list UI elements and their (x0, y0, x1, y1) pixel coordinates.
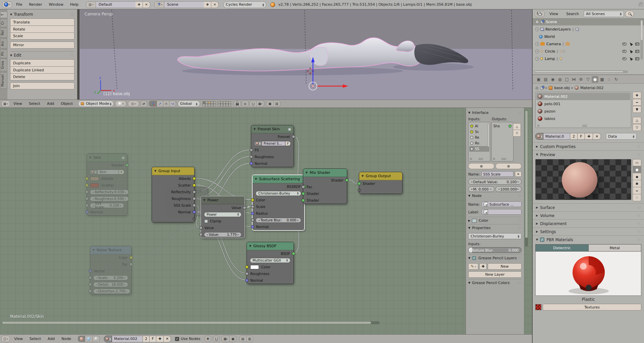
visibility-eye-icon[interactable] (622, 57, 627, 60)
node-dropdown[interactable]: Christensen-Burley▲▼ (256, 191, 301, 196)
opengl-render-anim-button[interactable]: ▥ (274, 100, 280, 107)
renderability-camera-icon[interactable] (635, 50, 639, 53)
tab-render-layers[interactable]: ▤ (542, 76, 549, 83)
collapse-icon[interactable]: ▼ (203, 199, 205, 202)
node-slider[interactable]: ◂ Value:1.770 ▸ (204, 232, 241, 237)
expand-plus-icon[interactable]: + (535, 50, 539, 53)
material-slot-material.002[interactable]: Material.002 (536, 93, 630, 100)
mirror-button[interactable]: Mirror (10, 42, 74, 49)
editor-type-button[interactable]: ▦▾ (1, 100, 10, 107)
socket[interactable] (251, 205, 254, 208)
interface-inputs-list[interactable]: AlScReRoSS⊕ (468, 122, 490, 161)
socket[interactable] (199, 226, 203, 229)
selectability-cursor-icon[interactable] (629, 57, 633, 61)
tab-scene[interactable]: ◉ (549, 76, 556, 83)
object-shader-button[interactable] (78, 336, 85, 342)
surface-section[interactable]: ▶Surface:::: (533, 203, 644, 211)
manipulator-extra-button[interactable]: ↝ (169, 100, 176, 107)
preview-cube-button[interactable]: ◆ (633, 173, 641, 180)
snap-element-dropdown[interactable]: ▦▾ (257, 100, 264, 107)
socket[interactable] (193, 177, 196, 180)
socket[interactable] (129, 263, 133, 266)
texture-blur-slider[interactable]: Texture Blur: 0.000 (468, 247, 522, 253)
renderability-camera-icon[interactable] (635, 57, 639, 60)
node-glossy[interactable]: ▼Glossy BSDFBSDFMultiscatter GGX▲▼ColorR… (247, 242, 294, 284)
layer-group[interactable] (203, 101, 216, 107)
interface-outputs-list[interactable]: Sha⊕ (491, 122, 514, 161)
node-slider[interactable]: ◂ Texture Blur:0.000 ▸ (256, 218, 301, 223)
node-sss[interactable]: ▼Subsurface ScatteringBSSRDFChristensen-… (252, 175, 305, 230)
vertical-scrollbar[interactable] (525, 110, 528, 247)
datablock-name-field[interactable]: Skin (98, 169, 119, 175)
horizontal-scrollbar[interactable] (1, 321, 380, 324)
socket[interactable] (245, 272, 249, 275)
toolshelf-tab-rel[interactable]: Rel (0, 28, 7, 38)
node-header[interactable]: ▼Noise Texture (90, 246, 131, 254)
slider-right-arrow[interactable]: ▸ (124, 191, 126, 194)
node-menu-view[interactable]: View (11, 337, 26, 341)
preview-particles-button[interactable]: ∵ (633, 194, 641, 201)
add-layout-button[interactable]: ✚ (136, 1, 143, 8)
snap-grid-dropdown[interactable]: ▦▾ (221, 336, 229, 342)
blender-menu-button[interactable]: ▾ (2, 1, 12, 8)
max-value-slider[interactable]: ◂ 1000.000▸ (495, 186, 522, 192)
socket[interactable] (250, 148, 253, 152)
close-layout-button[interactable]: ✕ (143, 1, 150, 8)
add-icon[interactable]: ⊕ (493, 157, 495, 160)
screen-layout-icon[interactable]: ▥▾ (86, 1, 96, 8)
collapse-icon[interactable]: ▼ (362, 175, 364, 178)
material-name-field[interactable]: Material.0 (543, 133, 570, 140)
pivot-point-dropdown[interactable]: ◎▾ (128, 100, 139, 107)
unlink-material-button[interactable]: ✕ (164, 336, 171, 342)
node-menu-add[interactable]: Add (44, 337, 58, 341)
toolshelf-tab-ph[interactable]: Ph (0, 49, 7, 58)
slider-right-arrow[interactable]: ▸ (119, 204, 121, 207)
material-browse-button[interactable]: ▲▼ (104, 336, 112, 342)
gp-new-layer-button[interactable]: New Layer (468, 271, 522, 278)
node-menu-select[interactable]: Select (26, 337, 44, 341)
socket[interactable] (85, 184, 89, 187)
visibility-eye-icon[interactable] (622, 43, 627, 46)
fake-user-button[interactable]: F (119, 169, 124, 175)
outliner-item-camera[interactable]: +Camera| (533, 40, 644, 48)
node-slider[interactable]: ◂ Reflectivity:0.030 ▸ (90, 190, 129, 195)
slider-right-arrow[interactable]: ▸ (236, 233, 239, 236)
socket[interactable] (89, 289, 92, 293)
socket[interactable] (193, 190, 196, 194)
proportional-edit-button[interactable]: ◎ (242, 100, 249, 107)
outliner-item-renderlayers[interactable]: +RenderLayers| (533, 25, 644, 33)
datablock-browse-button[interactable]: ▲▼ (254, 141, 262, 146)
snap-magnet-button[interactable]: ⋃ (213, 336, 220, 342)
new-material-button[interactable]: ✚ (156, 336, 164, 342)
slot-specials-button[interactable]: ▼ (633, 106, 641, 113)
socket[interactable] (302, 192, 305, 195)
screen-layout-value[interactable]: Default (96, 1, 136, 8)
overlap-button[interactable]: ▣ (230, 336, 236, 342)
transform-panel-header[interactable]: ▼ Transform :::: (10, 12, 74, 17)
tab-texture[interactable]: ▦ (599, 76, 605, 83)
texture-checker-icon[interactable] (535, 304, 541, 310)
interface-panel-header[interactable]: ▼Interface:::: (468, 109, 522, 116)
search-button[interactable] (625, 11, 634, 17)
socket[interactable] (85, 177, 89, 180)
tab-object-data[interactable]: ▽ (585, 76, 591, 83)
scale-manipulator-button[interactable]: ∩ (163, 100, 169, 107)
collapse-icon[interactable]: ▼ (254, 128, 256, 131)
node-name-field[interactable]: Subsurface ... (482, 201, 522, 207)
interface-input-al[interactable]: Al (469, 123, 489, 129)
translate-button[interactable]: Translate (10, 18, 74, 25)
tab-particles[interactable]: ∴ (606, 76, 612, 83)
translate-manipulator-button[interactable] (149, 100, 157, 107)
socket[interactable] (129, 256, 133, 259)
node-header[interactable]: ▼Group Input (152, 167, 194, 175)
collapse-icon[interactable]: ▼ (249, 245, 251, 248)
menu-help[interactable]: Help (67, 2, 82, 7)
volume-section[interactable]: ▶Volume:::: (533, 211, 644, 219)
socket[interactable] (245, 265, 249, 269)
slot-move-up-button[interactable]: △ (633, 117, 641, 124)
rotate-button[interactable]: Rotate (10, 25, 74, 32)
close-scene-button[interactable]: ✕ (211, 1, 219, 8)
color-panel-header[interactable]: ▶Color:::: (468, 217, 522, 224)
socket[interactable] (193, 197, 196, 200)
interface-input-sc[interactable]: Sc (469, 129, 489, 135)
